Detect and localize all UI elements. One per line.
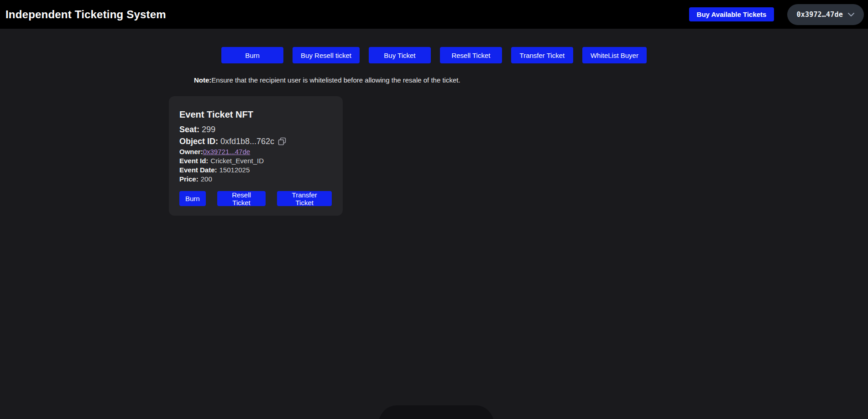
- owner-address-link[interactable]: 0x39721...47de: [203, 148, 250, 155]
- event-id-label: Event Id:: [179, 157, 208, 165]
- nav-button-resell-ticket[interactable]: Resell Ticket: [440, 47, 502, 63]
- seat-label: Seat:: [179, 125, 199, 134]
- event-id-row: Event Id:Cricket_Event_ID: [179, 156, 332, 166]
- event-ticket-card: Event Ticket NFT Seat:299 Object ID:0xfd…: [169, 96, 343, 216]
- page: Independent Ticketing System Buy Availab…: [0, 0, 868, 419]
- object-id-value: 0xfd1b8...762c: [220, 137, 274, 146]
- owner-row: Owner:0x39721...47de: [179, 147, 332, 156]
- object-id-row: Object ID:0xfd1b8...762c: [179, 135, 332, 147]
- copy-icon[interactable]: [277, 137, 287, 147]
- price-row: Price:200: [179, 175, 332, 184]
- ticket-card-title: Event Ticket NFT: [179, 108, 332, 121]
- nav-button-buy-ticket[interactable]: Buy Ticket: [369, 47, 431, 63]
- price-label: Price:: [179, 175, 199, 183]
- wallet-address-label: 0x3972…47de: [796, 10, 843, 19]
- event-date-value: 15012025: [220, 166, 250, 174]
- seat-value: 299: [202, 125, 215, 134]
- event-date-row: Event Date:15012025: [179, 166, 332, 175]
- ticket-card-actions: Burn Resell Ticket Transfer Ticket: [179, 191, 332, 206]
- wallet-account-button[interactable]: 0x3972…47de: [787, 4, 864, 25]
- nav-button-buy-resell[interactable]: Buy Resell ticket: [293, 47, 360, 63]
- whitelist-note: Note:Ensure that the recipient user is w…: [194, 76, 460, 85]
- nav-button-whitelist-buyer[interactable]: WhiteList Buyer: [582, 47, 647, 63]
- card-burn-button[interactable]: Burn: [179, 191, 206, 206]
- nav-button-burn[interactable]: Burn: [221, 47, 283, 63]
- card-resell-button[interactable]: Resell Ticket: [217, 191, 266, 206]
- note-text: Ensure that the recipient user is whitel…: [211, 76, 460, 84]
- nav-button-transfer-ticket[interactable]: Transfer Ticket: [511, 47, 573, 63]
- chevron-down-icon: [847, 12, 855, 17]
- price-value: 200: [201, 175, 212, 183]
- owner-label: Owner:: [179, 148, 203, 155]
- app-header: Independent Ticketing System Buy Availab…: [0, 0, 868, 29]
- page-title: Independent Ticketing System: [5, 8, 166, 21]
- action-nav: Burn Buy Resell ticket Buy Ticket Resell…: [0, 47, 868, 63]
- buy-available-tickets-button[interactable]: Buy Available Tickets: [689, 7, 774, 21]
- event-date-label: Event Date:: [179, 166, 217, 174]
- note-label: Note:: [194, 76, 211, 84]
- header-actions: Buy Available Tickets 0x3972…47de: [689, 4, 864, 25]
- event-id-value: Cricket_Event_ID: [210, 157, 264, 165]
- object-id-label: Object ID:: [179, 137, 218, 146]
- seat-row: Seat:299: [179, 124, 332, 135]
- bottom-sheet-edge: [379, 405, 494, 419]
- card-transfer-button[interactable]: Transfer Ticket: [277, 191, 332, 206]
